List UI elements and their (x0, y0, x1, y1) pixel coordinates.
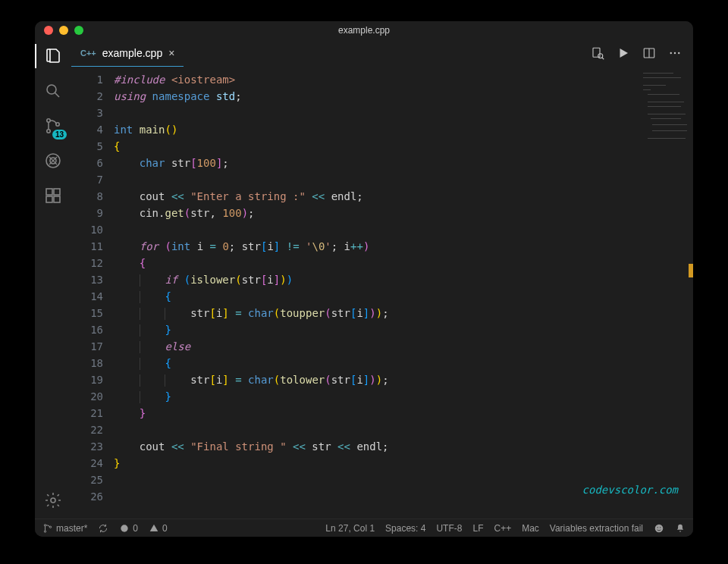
minimize-window-button[interactable] (59, 26, 68, 35)
line-number: 18 (71, 355, 103, 371)
svg-point-25 (657, 527, 658, 528)
code-line: } (114, 388, 693, 405)
window-controls (44, 26, 83, 35)
line-number: 2 (71, 88, 103, 105)
status-eol[interactable]: LF (472, 523, 483, 534)
run-icon[interactable] (616, 45, 631, 61)
extensions-icon[interactable] (42, 185, 64, 206)
line-number: 22 (71, 421, 103, 438)
code-line: #include <iostream> (114, 71, 693, 88)
more-actions-icon[interactable] (667, 45, 682, 61)
search-icon[interactable] (42, 80, 64, 102)
svg-rect-7 (46, 189, 52, 195)
line-number: 5 (71, 138, 103, 155)
svg-point-3 (47, 130, 50, 133)
code-line: str[i] = char(tolower(str[i])); (114, 371, 693, 388)
line-number: 6 (71, 155, 103, 171)
line-number: 16 (71, 321, 103, 338)
svg-line-1 (55, 93, 60, 98)
line-number: 8 (71, 188, 103, 205)
status-message[interactable]: Variables extraction fail (550, 523, 643, 534)
tab-language-badge: C++ (80, 49, 96, 58)
line-number: 1 (71, 71, 103, 88)
code-line: str[i] = char(toupper(str[i])); (114, 305, 693, 321)
code-line: using namespace std; (114, 88, 693, 105)
svg-point-20 (44, 524, 46, 525)
minimap[interactable] (643, 71, 689, 155)
svg-point-17 (670, 52, 672, 54)
split-editor-icon[interactable] (642, 45, 657, 61)
svg-point-26 (660, 527, 661, 528)
line-number: 23 (71, 438, 103, 455)
status-os[interactable]: Mac (522, 523, 539, 534)
settings-gear-icon[interactable] (42, 490, 64, 511)
line-number-gutter: 1234567891011121314151617181920212223242… (71, 67, 114, 519)
status-cursor[interactable]: Ln 27, Col 1 (325, 523, 375, 534)
status-language[interactable]: C++ (494, 523, 511, 534)
status-feedback-icon[interactable] (654, 523, 664, 534)
svg-point-21 (44, 530, 46, 531)
status-branch[interactable]: master* (42, 523, 87, 534)
line-number: 7 (71, 171, 103, 188)
svg-point-0 (47, 85, 56, 94)
code-line: cout << "Final string " << str << endl; (114, 438, 693, 455)
code-line: } (114, 321, 693, 338)
titlebar: example.cpp (35, 21, 693, 39)
window-title: example.cpp (35, 25, 693, 36)
line-number: 3 (71, 105, 103, 121)
line-number: 15 (71, 305, 103, 321)
svg-point-2 (47, 119, 50, 122)
explorer-icon[interactable] (42, 45, 64, 67)
code-line: { (114, 138, 693, 155)
code-line: for (int i = 0; str[i] != '\0'; i++) (114, 238, 693, 255)
line-number: 26 (71, 488, 103, 505)
status-encoding[interactable]: UTF-8 (436, 523, 462, 534)
scm-badge: 13 (52, 130, 67, 139)
line-number: 11 (71, 238, 103, 255)
svg-rect-12 (593, 48, 600, 57)
status-warnings[interactable]: 0 (149, 523, 168, 534)
svg-point-11 (51, 498, 55, 503)
line-number: 4 (71, 121, 103, 138)
code-line: else (114, 338, 693, 355)
code-line: { (114, 255, 693, 271)
editor-actions (590, 39, 693, 67)
status-bell-icon[interactable] (675, 523, 686, 534)
code-line: { (114, 355, 693, 371)
code-line: if (islower(str[i])) (114, 271, 693, 288)
status-spaces[interactable]: Spaces: 4 (385, 523, 425, 534)
svg-point-13 (598, 54, 603, 58)
line-number: 10 (71, 221, 103, 238)
code-area[interactable]: #include <iostream>using namespace std;i… (114, 67, 693, 519)
find-in-file-icon[interactable] (590, 45, 605, 61)
svg-point-18 (674, 52, 676, 54)
tab-bar: C++ example.cpp × (71, 39, 693, 67)
line-number: 12 (71, 255, 103, 271)
code-line: { (114, 288, 693, 305)
status-sync-icon[interactable] (98, 523, 108, 534)
code-line: cin.get(str, 100); (114, 205, 693, 221)
tab-label: example.cpp (102, 47, 162, 59)
close-window-button[interactable] (44, 26, 53, 35)
code-line (114, 171, 693, 188)
code-line: } (114, 405, 693, 421)
line-number: 21 (71, 405, 103, 421)
editor[interactable]: 1234567891011121314151617181920212223242… (71, 67, 693, 519)
source-control-icon[interactable]: 13 (42, 115, 64, 136)
code-line (114, 105, 693, 121)
svg-rect-9 (46, 196, 52, 202)
status-bar: master* 0 0 Ln 27, Col 1 Spaces: 4 UTF-8… (35, 519, 693, 537)
tab-close-icon[interactable]: × (168, 47, 174, 59)
line-number: 25 (71, 472, 103, 488)
status-errors[interactable]: 0 (119, 523, 138, 534)
line-number: 19 (71, 371, 103, 388)
line-number: 13 (71, 271, 103, 288)
debug-icon[interactable] (42, 150, 64, 171)
overview-ruler-warning (689, 264, 693, 277)
zoom-window-button[interactable] (74, 26, 83, 35)
line-number: 24 (71, 455, 103, 472)
tab-example-cpp[interactable]: C++ example.cpp × (71, 39, 184, 67)
line-number: 17 (71, 338, 103, 355)
svg-point-19 (678, 52, 679, 54)
watermark: codevscolor.com (582, 484, 678, 496)
